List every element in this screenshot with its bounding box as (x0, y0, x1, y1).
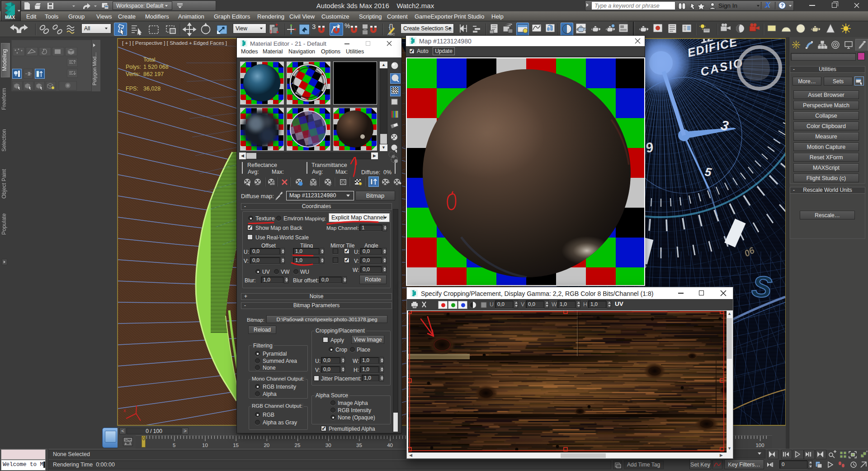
svg-text:862 197: 862 197 (143, 71, 164, 77)
svg-text:15: 15 (233, 442, 239, 448)
svg-text:36,028: 36,028 (143, 86, 160, 92)
svg-text:Total: Total (143, 57, 155, 63)
svg-text:Polys:: Polys: (126, 64, 141, 70)
svg-text:S: S (750, 269, 774, 304)
svg-text:35: 35 (356, 442, 362, 448)
svg-text:FPS:: FPS: (126, 86, 138, 92)
svg-text:30: 30 (326, 442, 331, 448)
svg-text:1 520 068: 1 520 068 (143, 64, 169, 70)
svg-text:40: 40 (387, 442, 393, 448)
svg-text:[ + ] [ Perspective ] [ Shaded: [ + ] [ Perspective ] [ Shaded + Edged F… (122, 40, 227, 46)
svg-text:5: 5 (173, 442, 175, 448)
svg-text:x: x (123, 408, 126, 413)
svg-text:25: 25 (295, 442, 301, 448)
svg-text:10: 10 (202, 442, 208, 448)
svg-text:20: 20 (264, 442, 269, 448)
svg-text:100: 100 (755, 442, 764, 448)
svg-text:Verts:: Verts: (126, 71, 140, 77)
svg-text:ABC: ABC (387, 32, 395, 36)
